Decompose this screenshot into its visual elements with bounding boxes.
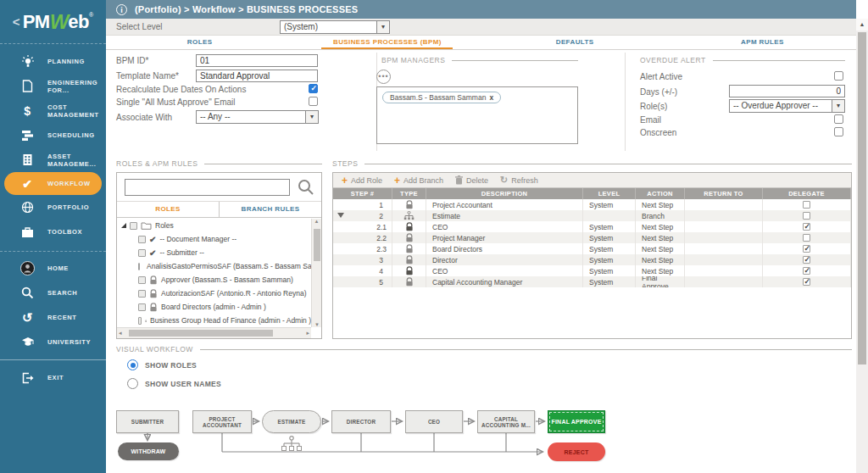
tree-item[interactable]: Business Group Head of Finance (admin - … (117, 314, 311, 327)
chevron-down-icon[interactable]: ▾ (832, 100, 844, 112)
step-row[interactable]: 2.1 CEO System Next Step (333, 221, 851, 232)
node-director[interactable]: DIRECTOR (331, 410, 391, 433)
step-row[interactable]: 5 Capital Accounting Manager System Fina… (333, 276, 851, 287)
email-checkbox[interactable] (834, 114, 843, 124)
sidebar-item-engineering-forms[interactable]: ENGINEERING FOR... (0, 74, 106, 98)
col-description[interactable]: DESCRIPTION (426, 188, 583, 199)
sidebar-item-workflow[interactable]: ✔ WORKFLOW (4, 172, 102, 195)
days-input[interactable] (729, 85, 845, 97)
delegate-checkbox[interactable] (803, 267, 810, 275)
tab-apm-rules[interactable]: APM RULES (669, 36, 856, 49)
col-step[interactable]: STEP # (333, 188, 392, 199)
page-scrollbar[interactable]: ▲ (856, 19, 868, 473)
tree-item[interactable]: Approver (Bassam.S - Bassam Samman) (117, 273, 311, 287)
manager-chip[interactable]: Bassam.S - Bassam Samman x (382, 92, 501, 103)
col-return-to[interactable]: RETURN TO (685, 188, 763, 199)
tree-item[interactable]: Board Directors (admin - Admin ) (117, 300, 311, 314)
sidebar-item-asset-management[interactable]: ASSET MANAGEME... (0, 147, 106, 172)
chevron-down-icon[interactable]: ▾ (376, 21, 389, 33)
delegate-checkbox[interactable] (803, 201, 810, 209)
col-level[interactable]: LEVEL (583, 188, 636, 199)
tab-tree-roles[interactable]: ROLES (117, 202, 219, 217)
node-capital-accounting[interactable]: CAPITAL ACCOUNTING M... (477, 410, 535, 433)
bpm-id-input[interactable] (196, 54, 318, 67)
overdue-roles-dropdown[interactable]: -- Overdue Approver -- ▾ (729, 99, 845, 113)
tree-checkbox[interactable] (138, 276, 146, 284)
tree-checkbox[interactable] (138, 249, 146, 257)
sidebar-item-cost-management[interactable]: $ COST MANAGEMENT (0, 98, 106, 123)
add-role-button[interactable]: +Add Role (342, 175, 382, 186)
bpm-managers-picker-button[interactable]: ••• (376, 70, 391, 84)
tree-checkbox[interactable] (130, 222, 137, 230)
delegate-checkbox[interactable] (803, 234, 810, 242)
step-row[interactable]: 3 Director System Next Step (333, 254, 851, 265)
node-reject[interactable]: REJECT (548, 442, 605, 461)
tree-checkbox[interactable] (138, 303, 146, 311)
sidebar-item-portfolio[interactable]: PORTFOLIO (0, 195, 106, 220)
tree-vertical-scrollbar[interactable]: ▲▼ (311, 219, 321, 327)
sidebar-item-exit[interactable]: EXIT (0, 365, 106, 390)
refresh-button[interactable]: ↻ Refresh (500, 175, 538, 186)
sidebar-item-toolbox[interactable]: TOOLBOX (0, 220, 106, 244)
node-withdraw[interactable]: WITHDRAW (118, 442, 179, 460)
show-roles-radio[interactable] (127, 359, 138, 370)
tree-item[interactable]: AutorizacionSAF (Antonio.R - Antonio Rey… (117, 287, 311, 300)
col-type[interactable]: TYPE (392, 188, 426, 199)
tab-roles[interactable]: ROLES (106, 36, 293, 49)
step-row[interactable]: 4 CEO System Next Step (333, 265, 851, 276)
add-branch-button[interactable]: +Add Branch (394, 175, 443, 186)
info-icon[interactable]: i (116, 4, 127, 15)
roles-search-input[interactable] (125, 179, 290, 196)
sidebar-item-home[interactable]: HOME (0, 256, 106, 281)
select-level-dropdown[interactable]: (System) ▾ (280, 20, 390, 34)
show-user-names-radio[interactable] (127, 378, 138, 389)
single-email-checkbox[interactable] (309, 97, 318, 106)
recalculate-checkbox[interactable] (309, 84, 318, 93)
node-ceo[interactable]: CEO (405, 410, 463, 433)
template-name-input[interactable] (196, 70, 318, 82)
col-action[interactable]: ACTION (636, 188, 685, 199)
node-estimate[interactable]: ESTIMATE (262, 410, 321, 433)
tree-checkbox[interactable] (138, 236, 146, 243)
step-row[interactable]: 2.2 Project Manager System Next Step (333, 232, 851, 243)
tab-branch-rules[interactable]: BRANCH RULES (219, 202, 321, 217)
chevron-down-icon[interactable]: ▾ (305, 111, 318, 123)
delegate-checkbox[interactable] (803, 212, 810, 220)
tree-checkbox[interactable] (138, 290, 146, 298)
associate-with-dropdown[interactable]: -- Any -- ▾ (196, 110, 319, 124)
node-project-accountant[interactable]: PROJECT ACCOUNTANT (192, 410, 252, 433)
step-row[interactable]: 2.3 Board Directors System Next Step (333, 243, 851, 254)
search-icon[interactable] (298, 179, 314, 199)
tree-root-row[interactable]: Roles (117, 219, 311, 232)
tab-defaults[interactable]: DEFAULTS (481, 36, 669, 49)
sidebar-item-scheduling[interactable]: SCHEDULING (0, 123, 106, 147)
chip-remove-icon[interactable]: x (489, 93, 493, 102)
pmweb-logo[interactable]: < PM W eb ® (0, 0, 106, 44)
scrollbar-thumb[interactable] (858, 32, 866, 364)
delegate-checkbox[interactable] (803, 278, 810, 286)
step-row[interactable]: 2 Estimate Branch (333, 210, 851, 221)
delegate-checkbox[interactable] (803, 223, 810, 231)
tree-item[interactable]: ✔ -- Submitter -- (117, 246, 311, 259)
sidebar-item-university[interactable]: UNIVERSITY (0, 330, 106, 354)
col-delegate[interactable]: DELEGATE (763, 188, 851, 199)
sidebar-item-planning[interactable]: PLANNING (0, 49, 106, 74)
scroll-up-icon[interactable]: ▲ (856, 19, 868, 31)
tree-checkbox[interactable] (138, 263, 140, 270)
delete-button[interactable]: Delete (455, 175, 488, 185)
node-submitter[interactable]: SUBMITTER (116, 410, 179, 433)
tree-item[interactable]: ✔ -- Document Manager -- (117, 232, 311, 246)
sidebar-item-recent[interactable]: ↺ RECENT (0, 305, 106, 330)
collapse-chevron-icon[interactable]: < (13, 14, 20, 29)
collapse-row-icon[interactable] (337, 213, 344, 218)
tree-checkbox[interactable] (138, 317, 142, 325)
delegate-checkbox[interactable] (803, 245, 810, 253)
tree-horizontal-scrollbar[interactable]: ◂▸ (117, 327, 311, 338)
tab-business-processes[interactable]: BUSINESS PROCESSES (BPM) (293, 36, 481, 49)
tree-expand-icon[interactable] (121, 223, 126, 228)
step-row[interactable]: 1 Project Accountant System Next Step (333, 199, 851, 210)
sidebar-item-search[interactable]: SEARCH (0, 281, 106, 305)
tree-item[interactable]: AnalisisGastoPermisoSAF (Bassam.S - Bass… (117, 259, 311, 273)
alert-active-checkbox[interactable] (834, 71, 843, 81)
delegate-checkbox[interactable] (803, 256, 810, 264)
